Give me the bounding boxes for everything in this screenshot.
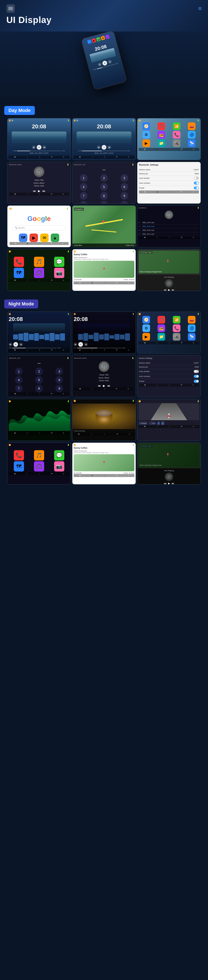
shortcut-youtube[interactable]: ▶ [30,234,38,242]
app-icon-radio[interactable]: 📻 [158,131,165,138]
night-app-pod[interactable]: 🎧 [34,461,44,471]
night-app-7[interactable]: 📞 [173,325,180,332]
auto-connect-toggle[interactable] [194,181,199,185]
play-btn-2[interactable]: ⏸ [102,145,106,150]
night-app-12[interactable]: 📡 [188,333,195,340]
app-insta-big[interactable]: 📷 [54,268,64,278]
night-power-toggle[interactable] [194,380,199,383]
next-btn-2[interactable]: ⏭ [108,146,111,149]
prev-btn-2[interactable]: ⏮ [97,146,100,149]
night-dial-2[interactable]: 2 [35,368,43,375]
app-icon-files[interactable]: 📁 [158,139,165,147]
lm-item-2[interactable]: 02 未知_2019.mp3 [139,224,199,228]
shortcut-gmail[interactable]: ✉ [40,234,49,242]
night-app-5[interactable]: ⚙ [142,325,150,332]
night-auto-connect-toggle[interactable] [194,375,199,378]
app-icon-nav[interactable]: 🧭 [142,123,150,130]
night-dial-4[interactable]: 4 [15,376,23,384]
hp-next[interactable]: ⏭ [172,288,174,291]
bt-prev[interactable]: ⏮ [33,189,36,192]
night-app-11[interactable]: 🔌 [173,333,180,340]
night-app-4[interactable]: 🚗 [188,316,195,323]
night-dial-9[interactable]: 9 [55,385,63,392]
night-next-btn-2[interactable]: ⏭ [84,343,88,346]
prev-btn-1[interactable]: ⏮ [32,146,35,149]
time-display-2: 20:08 [97,123,111,130]
dial-8[interactable]: 8 [100,192,108,200]
night-app-10[interactable]: 📁 [158,333,165,340]
app-icon-bt2[interactable]: 🔵 [188,131,195,138]
night-app-1[interactable]: 🧭 [142,316,150,323]
night-dial-6[interactable]: 6 [55,376,63,384]
night-dial-7[interactable]: 7 [15,385,23,392]
night-app-9[interactable]: ▶ [142,333,150,340]
auto-answer-toggle[interactable] [194,177,199,180]
google-search-bar[interactable]: 🔍 Search [13,225,66,230]
app-icon-settings[interactable]: ⚙ [142,131,150,138]
night-bt-play[interactable]: ▶ [103,384,105,387]
menu-button[interactable] [6,4,15,13]
night-app-phone[interactable]: 📞 [14,450,24,460]
bt-play[interactable]: ▶ [38,189,40,192]
app-icon-bt[interactable]: 📶 [173,123,180,130]
dial-hash[interactable]: # [121,201,128,204]
dial-9[interactable]: 9 [121,192,128,200]
night-app-2[interactable]: 🎵 [158,316,165,323]
dial-7[interactable]: 7 [80,192,87,200]
shortcut-drive[interactable]: ▲ [51,234,59,242]
night-dial-5[interactable]: 5 [35,376,43,384]
nav-icon[interactable]: ≡ [198,5,202,12]
night-app-insta[interactable]: 📷 [54,461,64,471]
hp-play[interactable]: ▶ [168,288,170,291]
dial-5[interactable]: 5 [100,183,108,191]
app-icon-video[interactable]: ▶ [142,139,150,147]
night-dial-3[interactable]: 3 [55,368,63,375]
power-toggle[interactable] [194,186,199,189]
hp-prev[interactable]: ⏮ [164,288,166,291]
night-next-btn-1[interactable]: ⏭ [19,343,23,346]
night-app-6[interactable]: 📻 [158,325,165,332]
app-icon-usb[interactable]: 🔌 [173,139,180,147]
app-icon-phone[interactable]: 📞 [173,131,180,138]
night-prev-btn-2[interactable]: ⏮ [74,343,77,346]
play-btn-1[interactable]: ▶ [37,145,41,150]
night-app-nav[interactable]: 🗺 [14,461,24,471]
night-app-msg[interactable]: 💬 [54,450,64,460]
dial-4[interactable]: 4 [80,183,87,191]
bt-next[interactable]: ⏭ [43,189,46,192]
night-hp-next[interactable]: ⏭ [172,482,174,484]
night-app-music[interactable]: 🎵 [34,450,44,460]
app-icon-car[interactable]: 🚗 [188,123,195,130]
night-app-3[interactable]: 📶 [173,316,180,323]
night-app-8[interactable]: 🔵 [188,325,195,332]
night-play-btn-2[interactable]: ⏸ [78,342,83,347]
app-nav-big[interactable]: 🗺 [14,268,24,278]
app-icon-music[interactable]: 🎵 [158,123,165,130]
night-bt-next[interactable]: ⏭ [107,384,110,387]
dial-star[interactable]: * [80,201,87,204]
app-msg-big[interactable]: 💬 [54,257,64,267]
shortcut-maps[interactable]: 🗺 [19,234,27,242]
dial-0[interactable]: 0 [100,201,108,204]
night-dial-8[interactable]: 8 [35,385,43,392]
lm-item-3[interactable]: 03 未知_2020.mp3 [139,228,199,232]
next-btn-1[interactable]: ⏭ [43,146,46,149]
dial-3[interactable]: 3 [121,174,128,182]
night-bt-prev[interactable]: ⏮ [98,384,101,387]
night-auto-answer-toggle[interactable] [194,370,199,373]
dial-1[interactable]: 1 [80,174,87,182]
app-icon-wifi[interactable]: 📡 [188,139,195,147]
night-dial-1[interactable]: 1 [15,368,23,375]
app-music-big[interactable]: 🎵 [34,257,44,267]
app-phone-big[interactable]: 📞 [14,257,24,267]
night-hp-prev[interactable]: ⏮ [164,482,166,484]
lm-item-1[interactable]: 01 未知_2018.mp3 [139,221,199,224]
night-hp-play[interactable]: ▶ [168,482,170,484]
night-prev-btn-1[interactable]: ⏮ [9,343,12,346]
night-app-icons-screen: 📶 🔋 🧭 🎵 📶 🚗 ⚙ 📻 📞 🔵 ▶ 📁 [137,312,201,353]
lm-item-4[interactable]: 04 未知_3012.mp3 [139,232,199,236]
app-pod-big[interactable]: 🎧 [34,268,44,278]
dial-6[interactable]: 6 [121,183,128,191]
night-play-btn-1[interactable]: ▶ [13,342,18,347]
dial-2[interactable]: 2 [100,174,108,182]
